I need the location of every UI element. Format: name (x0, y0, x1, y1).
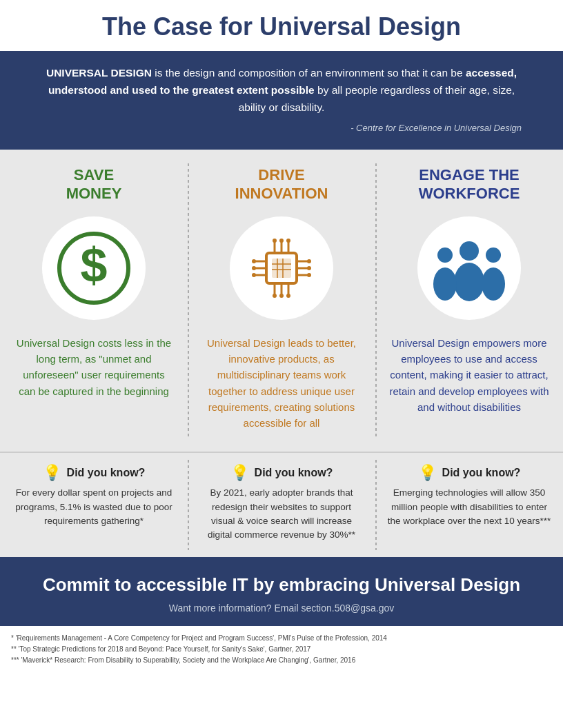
svg-text:$: $ (81, 239, 108, 292)
people-icon-circle (417, 216, 521, 320)
fine-print-line-2: ** 'Top Strategic Predictions for 2018 a… (11, 644, 552, 655)
bulb-icon-2: 💡 (230, 464, 249, 482)
svg-point-30 (279, 294, 284, 298)
drive-innovation-desc: Universal Design leads to better, innova… (201, 335, 362, 432)
footer-cta: Commit to accessible IT by embracing Uni… (0, 557, 563, 626)
definition-term: UNIVERSAL DESIGN (46, 67, 152, 79)
svg-point-31 (286, 294, 290, 298)
svg-point-28 (286, 239, 290, 243)
svg-point-25 (307, 273, 311, 277)
drive-innovation-title: DRIVEINNOVATION (235, 166, 328, 203)
engage-workforce-column: ENGAGE THEWORKFORCE Universal Design emp… (375, 150, 563, 452)
drive-innovation-column: DRIVEINNOVATION (188, 150, 375, 452)
dyk-header-3: 💡 Did you know? (418, 464, 521, 482)
svg-point-24 (307, 266, 311, 270)
columns-section: SAVEMONEY $ Universal Design costs less … (0, 150, 563, 452)
svg-point-32 (460, 241, 479, 261)
svg-point-20 (252, 259, 256, 263)
dyk-text-3: Emerging technologies will allow 350 mil… (386, 486, 552, 528)
engage-workforce-title: ENGAGE THEWORKFORCE (419, 166, 520, 203)
save-money-desc: Universal Design costs less in the long … (14, 335, 174, 399)
dyk-column-3: 💡 Did you know? Emerging technologies wi… (375, 453, 563, 557)
circuit-icon (240, 227, 323, 310)
dyk-title-3: Did you know? (442, 467, 521, 479)
fine-print-line-1: * 'Requirements Management - A Core Comp… (11, 633, 552, 644)
svg-point-37 (482, 267, 505, 301)
fine-print: * 'Requirements Management - A Core Comp… (0, 626, 563, 674)
engage-workforce-desc: Universal Design empowers more employees… (389, 335, 549, 415)
dyk-title-1: Did you know? (67, 467, 146, 479)
dyk-header-1: 💡 Did you know? (43, 464, 146, 482)
dyk-text-1: For every dollar spent on projects and p… (11, 486, 177, 528)
did-you-know-section: 💡 Did you know? For every dollar spent o… (0, 452, 563, 557)
svg-point-29 (273, 294, 277, 298)
svg-point-35 (433, 267, 457, 301)
definition-attribution: - Centre for Excellence in Universal Des… (41, 121, 522, 136)
definition-text-part1: is the design and composition of an envi… (152, 67, 466, 79)
svg-point-27 (279, 239, 284, 243)
dyk-column-2: 💡 Did you know? By 2021, early adopter b… (188, 453, 375, 557)
svg-point-36 (486, 247, 501, 263)
people-icon (428, 230, 511, 306)
svg-rect-3 (272, 259, 291, 278)
svg-point-22 (252, 273, 256, 277)
dyk-text-2: By 2021, early adopter brands that redes… (199, 486, 364, 542)
dollar-icon-circle: $ (42, 216, 146, 320)
circuit-icon-circle (230, 216, 333, 320)
svg-point-34 (437, 247, 453, 263)
dyk-header-2: 💡 Did you know? (230, 464, 333, 482)
bulb-icon-3: 💡 (418, 464, 437, 482)
save-money-column: SAVEMONEY $ Universal Design costs less … (0, 150, 188, 452)
svg-point-33 (454, 263, 484, 301)
definition-block: UNIVERSAL DESIGN is the design and compo… (0, 51, 563, 150)
dollar-icon: $ (56, 230, 132, 306)
bulb-icon-1: 💡 (43, 464, 61, 482)
fine-print-line-3: *** 'Maverick* Research: From Disability… (11, 655, 552, 666)
dyk-title-2: Did you know? (255, 467, 333, 479)
cta-main-text: Commit to accessible IT by embracing Uni… (14, 574, 549, 597)
svg-point-21 (252, 266, 256, 270)
svg-point-23 (307, 259, 311, 263)
svg-point-26 (273, 239, 277, 243)
page-title: The Case for Universal Design (0, 0, 563, 51)
save-money-title: SAVEMONEY (66, 166, 122, 203)
dyk-column-1: 💡 Did you know? For every dollar spent o… (0, 453, 188, 557)
cta-sub-text: Want more information? Email section.508… (14, 603, 549, 614)
